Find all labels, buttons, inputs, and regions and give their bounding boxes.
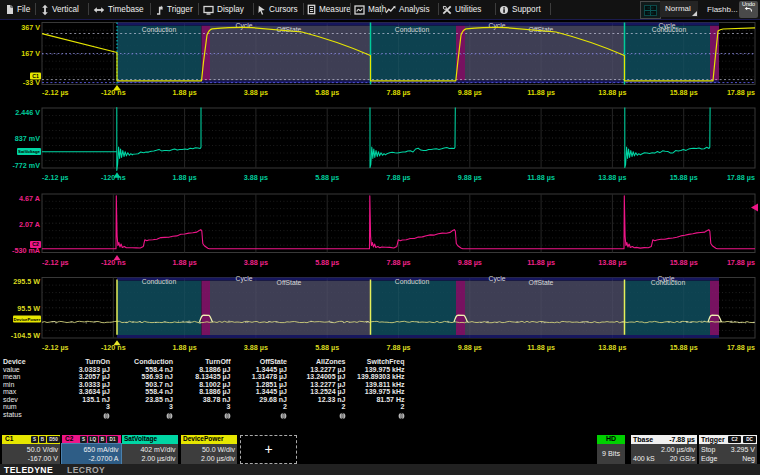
svg-text:-120 ns: -120 ns bbox=[101, 88, 126, 97]
svg-text:17.88 µs: 17.88 µs bbox=[727, 343, 755, 352]
svg-text:5.88 µs: 5.88 µs bbox=[315, 173, 339, 182]
svg-text:13.88 µs: 13.88 µs bbox=[598, 173, 626, 182]
svg-text:Conduction: Conduction bbox=[142, 26, 177, 33]
svg-text:9.88 µs: 9.88 µs bbox=[458, 258, 482, 267]
svg-text:-104.5 W: -104.5 W bbox=[11, 331, 40, 340]
svg-text:837 mV: 837 mV bbox=[15, 134, 40, 143]
svg-text:-2.12 µs: -2.12 µs bbox=[42, 173, 69, 182]
svg-text:13.88 µs: 13.88 µs bbox=[598, 343, 626, 352]
svg-text:-2.12 µs: -2.12 µs bbox=[42, 343, 69, 352]
svg-text:13.88 µs: 13.88 µs bbox=[598, 88, 626, 97]
svg-text:3.88 µs: 3.88 µs bbox=[244, 258, 268, 267]
svg-text:5.88 µs: 5.88 µs bbox=[315, 343, 339, 352]
svg-text:9.88 µs: 9.88 µs bbox=[458, 173, 482, 182]
svg-text:17.88 µs: 17.88 µs bbox=[727, 258, 755, 267]
svg-text:Cycle: Cycle bbox=[489, 275, 506, 283]
svg-text:11.88 µs: 11.88 µs bbox=[527, 343, 555, 352]
svg-text:5.88 µs: 5.88 µs bbox=[315, 258, 339, 267]
svg-text:95.5 W: 95.5 W bbox=[17, 304, 40, 313]
svg-text:Conduction: Conduction bbox=[651, 279, 686, 286]
svg-text:4.67 A: 4.67 A bbox=[19, 194, 40, 203]
svg-text:11.88 µs: 11.88 µs bbox=[527, 88, 555, 97]
svg-text:Cycle: Cycle bbox=[236, 22, 253, 30]
svg-text:SatVoltage: SatVoltage bbox=[18, 149, 40, 154]
svg-text:3.88 µs: 3.88 µs bbox=[244, 173, 268, 182]
svg-text:9.88 µs: 9.88 µs bbox=[458, 88, 482, 97]
svg-text:-120 ns: -120 ns bbox=[101, 258, 126, 267]
svg-text:15.88 µs: 15.88 µs bbox=[670, 88, 698, 97]
svg-text:17.88 µs: 17.88 µs bbox=[727, 173, 755, 182]
svg-text:1.88 µs: 1.88 µs bbox=[173, 258, 197, 267]
svg-text:-120 ns: -120 ns bbox=[101, 173, 126, 182]
svg-text:Conduction: Conduction bbox=[395, 278, 430, 285]
svg-text:1.88 µs: 1.88 µs bbox=[173, 173, 197, 182]
svg-text:1.88 µs: 1.88 µs bbox=[173, 343, 197, 352]
svg-text:Cycle: Cycle bbox=[236, 275, 253, 283]
svg-text:367 V: 367 V bbox=[21, 23, 40, 32]
svg-text:2.07 A: 2.07 A bbox=[19, 220, 40, 229]
svg-text:9.88 µs: 9.88 µs bbox=[458, 343, 482, 352]
svg-text:2.446 V: 2.446 V bbox=[15, 108, 40, 117]
svg-text:15.88 µs: 15.88 µs bbox=[670, 343, 698, 352]
svg-text:13.88 µs: 13.88 µs bbox=[598, 258, 626, 267]
svg-text:OffState: OffState bbox=[529, 279, 554, 286]
svg-text:11.88 µs: 11.88 µs bbox=[527, 258, 555, 267]
svg-text:15.88 µs: 15.88 µs bbox=[670, 173, 698, 182]
svg-text:Cycle: Cycle bbox=[489, 22, 506, 30]
svg-text:DevicePower: DevicePower bbox=[14, 317, 41, 322]
svg-text:167 V: 167 V bbox=[21, 49, 40, 58]
svg-text:15.88 µs: 15.88 µs bbox=[670, 258, 698, 267]
svg-text:C2: C2 bbox=[32, 241, 39, 247]
svg-text:7.88 µs: 7.88 µs bbox=[386, 173, 410, 182]
svg-text:Conduction: Conduction bbox=[142, 278, 177, 285]
svg-text:7.88 µs: 7.88 µs bbox=[386, 258, 410, 267]
svg-text:17.88 µs: 17.88 µs bbox=[727, 88, 755, 97]
svg-text:3.88 µs: 3.88 µs bbox=[244, 343, 268, 352]
svg-text:Conduction: Conduction bbox=[395, 26, 430, 33]
svg-text:-772 mV: -772 mV bbox=[12, 161, 40, 170]
svg-text:OffState: OffState bbox=[277, 279, 302, 286]
svg-text:5.88 µs: 5.88 µs bbox=[315, 88, 339, 97]
svg-text:11.88 µs: 11.88 µs bbox=[527, 173, 555, 182]
svg-text:-120 ns: -120 ns bbox=[101, 343, 126, 352]
svg-text:1.88 µs: 1.88 µs bbox=[173, 88, 197, 97]
svg-text:-2.12 µs: -2.12 µs bbox=[42, 258, 69, 267]
svg-text:Conduction: Conduction bbox=[652, 26, 687, 33]
svg-text:7.88 µs: 7.88 µs bbox=[386, 88, 410, 97]
svg-text:7.88 µs: 7.88 µs bbox=[386, 343, 410, 352]
svg-text:295.5 W: 295.5 W bbox=[13, 277, 40, 286]
svg-text:-2.12 µs: -2.12 µs bbox=[42, 88, 69, 97]
svg-text:C1: C1 bbox=[32, 73, 39, 79]
svg-text:3.88 µs: 3.88 µs bbox=[244, 88, 268, 97]
